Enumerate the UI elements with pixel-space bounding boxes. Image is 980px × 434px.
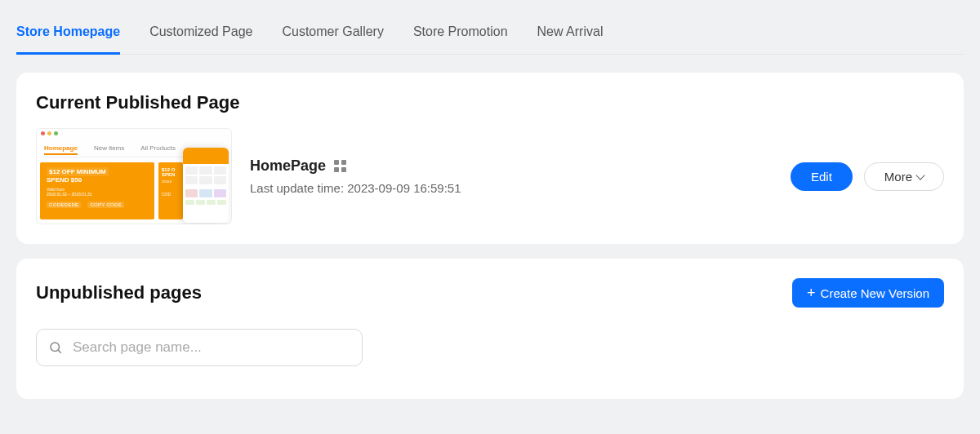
unpublished-card: Unpublished pages + Create New Version: [16, 259, 964, 399]
page-info: HomePage Last update time: 2023-09-09 16…: [250, 157, 773, 195]
chevron-down-icon: [915, 170, 924, 179]
last-update: Last update time: 2023-09-09 16:59:51: [250, 181, 773, 195]
published-card: Current Published Page Homepage New item…: [16, 73, 964, 244]
more-button[interactable]: More: [864, 162, 944, 191]
create-new-version-button[interactable]: + Create New Version: [792, 278, 944, 308]
page-name: HomePage: [250, 157, 326, 175]
tab-customer-gallery[interactable]: Customer Gallery: [282, 24, 383, 55]
tab-customized-page[interactable]: Customized Page: [149, 24, 252, 55]
svg-point-0: [51, 343, 60, 352]
tab-store-homepage[interactable]: Store Homepage: [16, 24, 120, 55]
search-wrap[interactable]: [36, 329, 363, 366]
edit-button[interactable]: Edit: [791, 162, 853, 191]
svg-line-1: [58, 350, 60, 352]
search-icon: [48, 340, 63, 355]
plus-icon: +: [807, 286, 816, 300]
published-section-title: Current Published Page: [36, 92, 944, 113]
tab-store-promotion[interactable]: Store Promotion: [413, 24, 508, 55]
page-actions: Edit More: [791, 162, 944, 191]
tab-new-arrival[interactable]: New Arrival: [537, 24, 604, 55]
create-label: Create New Version: [821, 286, 929, 300]
grid-icon[interactable]: [334, 160, 347, 173]
search-input[interactable]: [73, 339, 350, 356]
tabs: Store Homepage Customized Page Customer …: [16, 0, 964, 55]
more-label: More: [884, 170, 912, 184]
unpublished-section-title: Unpublished pages: [36, 282, 202, 303]
page-thumbnail[interactable]: Homepage New items All Products $12 OFF …: [36, 128, 232, 224]
